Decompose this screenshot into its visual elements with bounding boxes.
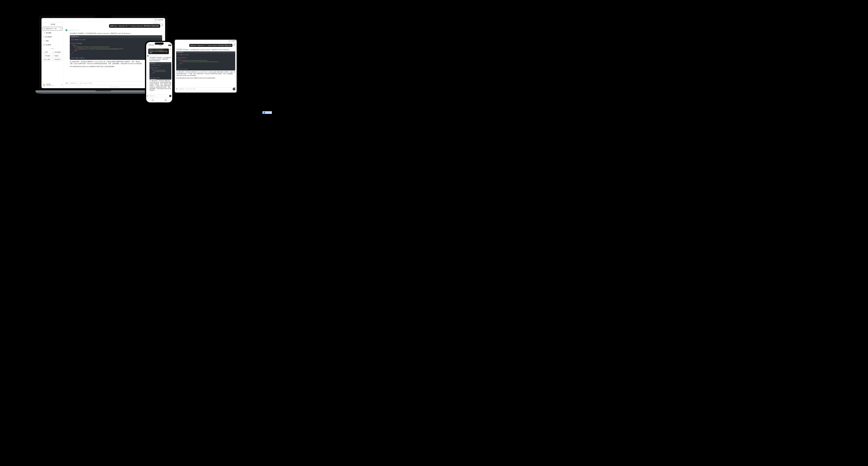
download-link[interactable]: 下载 bbox=[234, 87, 236, 88]
sidebar-item-label: 使用 React + Tailwi... bbox=[46, 28, 58, 30]
ai-avatar: AI bbox=[65, 29, 67, 31]
clear-chat-button[interactable]: 🗑 bbox=[176, 88, 178, 90]
ai-message: 可以使用以下代码实现一个水平垂直居中的 Loading Component，该组… bbox=[176, 49, 235, 79]
header-left-label: 使用 React bbox=[148, 44, 154, 46]
collapse-sidebar-button[interactable]: ‹ bbox=[61, 51, 63, 55]
doc-icon: 📄 bbox=[43, 55, 45, 57]
pen-icon: ✎ bbox=[54, 55, 55, 57]
code-lang-label: jsx复制代码 bbox=[71, 36, 77, 37]
edit-icon[interactable]: ✎ bbox=[59, 28, 60, 30]
logout-icon[interactable]: ⇥ bbox=[61, 84, 62, 86]
tablet-device: overtrue 2023/5/26 15:31:05 使用 React + T… bbox=[174, 38, 238, 94]
delete-icon[interactable]: 🗑 bbox=[60, 28, 61, 30]
clear-chat-button[interactable]: 🗑 bbox=[147, 95, 148, 96]
sidebar-item-translate[interactable]: 文 英文翻译 bbox=[42, 43, 62, 46]
sidebar-item-laobai[interactable]: ∞ 老白聊增长 bbox=[42, 35, 62, 38]
msg-timestamp: 2023/5/26 15:31:05 bbox=[65, 23, 163, 24]
role-label: 周报 bbox=[45, 51, 48, 53]
code-block: jsx复制代码 ⧉ import React from 'react'; fun… bbox=[176, 51, 235, 70]
copy-icon[interactable]: ⧉ bbox=[78, 36, 79, 37]
header-right-label: Loadi... bbox=[159, 44, 163, 46]
task-badge[interactable]: 任务 bbox=[168, 44, 172, 46]
role-label: 私人厨师 bbox=[45, 59, 50, 60]
sidebar-item-label: 老白聊增长 bbox=[45, 36, 52, 38]
watermark-text: 建站商城 bbox=[266, 112, 271, 114]
role-laobai[interactable]: ∞老白聊增长 bbox=[53, 51, 62, 54]
app-header: overtrue bbox=[41, 18, 165, 22]
sidebar-user: overtrue 有效次数: 597 ⇥ bbox=[42, 83, 62, 87]
link-icon: ∞ bbox=[54, 52, 55, 53]
tab-me[interactable]: ☺我的 bbox=[159, 98, 172, 101]
role-tarot[interactable]: ✦塔罗牌占卜 bbox=[53, 58, 62, 61]
code-block: jsx复制代码 ⧉ import React from 'react'; fun… bbox=[150, 62, 172, 80]
sidebar-user-name: overtrue bbox=[46, 84, 54, 85]
link-icon: ∞ bbox=[43, 36, 44, 38]
role-label: 简历编辑 bbox=[45, 55, 50, 57]
user-avatar bbox=[161, 24, 163, 26]
menu-icon[interactable]: ≡ bbox=[147, 44, 148, 46]
ai-text: 可以使用以下代码实现一个水平垂直居中的 Loading Component，该组… bbox=[176, 49, 235, 51]
ai-text: 可以使用以下代码实现一个水平垂直居中的 Loading Component，该组… bbox=[70, 32, 162, 34]
tablet-header: overtrue bbox=[175, 40, 237, 42]
role-screenwriter[interactable]: ✎编剧本 bbox=[53, 54, 62, 57]
phone-tabbar: ⌂对话 ☺我的 bbox=[146, 98, 172, 101]
username: overtrue bbox=[158, 19, 163, 21]
phone-chat-scroll: 2023/5/26 15:31:05 使用 React + Tailwindcs… bbox=[146, 47, 172, 94]
chat-icon: 💬 bbox=[43, 28, 45, 30]
roles-grid: 📄周报 ∞老白聊增长 📄简历编辑 ✎编剧本 🔒私人厨师 ✦塔罗牌占卜 bbox=[42, 51, 62, 61]
ai-text: 您可以将此组件放入您的 React 应用程序中并进行自定义以适应您的需求。 bbox=[176, 77, 235, 79]
tablet-chat-scroll: 2023/5/26 15:31:05 使用 React + Tailwindcs… bbox=[175, 42, 237, 87]
ai-text: 可以使用以下代码实现一个水平垂直居中的 Loading Component，该组… bbox=[150, 57, 172, 62]
copy-icon[interactable]: ⧉ bbox=[155, 62, 156, 64]
message-input[interactable]: 来说点什么...（Shift + Enter = 换行） bbox=[178, 88, 232, 90]
user-avatar[interactable] bbox=[155, 19, 157, 21]
sidebar-user-quota: 有效次数: 597 bbox=[46, 85, 54, 87]
role-chef[interactable]: 🔒私人厨师 bbox=[42, 58, 52, 61]
role-label: 编剧本 bbox=[55, 55, 59, 57]
copy-icon[interactable]: ⧉ bbox=[183, 52, 183, 53]
user-message: 使用 React + Tailwindcss 写一个 Loading Compo… bbox=[148, 49, 169, 54]
role-weekly[interactable]: 📄周报 bbox=[42, 51, 52, 54]
watermark: 建站商城 bbox=[262, 111, 272, 114]
user-icon: ☺ bbox=[165, 98, 166, 100]
clear-chat-button[interactable]: 🗑 bbox=[65, 82, 68, 85]
ai-message: 可以使用以下代码实现一个水平垂直居中的 Loading Component，该组… bbox=[150, 57, 172, 91]
code-lang-label: jsx复制代码 bbox=[150, 62, 155, 64]
username: overtrue bbox=[231, 40, 236, 41]
code-content: import React from 'react'; function Load… bbox=[150, 64, 172, 79]
phone-notch bbox=[155, 42, 164, 44]
sidebar-item-label: 英文翻译 bbox=[45, 44, 51, 46]
sidebar-user-avatar[interactable] bbox=[42, 84, 45, 87]
lock-icon: 🔒 bbox=[43, 59, 45, 60]
user-message: 使用 React + Tailwindcss 写一个 Loading Compo… bbox=[109, 24, 160, 28]
send-button[interactable]: ➤ bbox=[169, 95, 172, 97]
role-resume[interactable]: 📄简历编辑 bbox=[42, 54, 52, 57]
sidebar-item-label: 周报 bbox=[46, 40, 49, 42]
phone-device: ≡ 使用 React Loadi... 任务 2023/5/26 15:31:0… bbox=[145, 41, 174, 104]
user-avatar[interactable] bbox=[229, 40, 230, 42]
ai-avatar: AI bbox=[147, 55, 149, 57]
user-avatar bbox=[233, 44, 235, 46]
ai-text: 在上面的代码中，我们将父元素设置为 h-screen 和 flex 类，以使其占… bbox=[176, 71, 235, 76]
ai-text: 在上面的代码中，我们将父元素设置为 h-screen 和 flex 类，以使其占… bbox=[150, 80, 172, 91]
refresh-icon[interactable]: ⟳ bbox=[106, 26, 107, 28]
sidebar-item-label: 简历编辑 bbox=[46, 32, 51, 34]
star-icon: ✦ bbox=[54, 59, 55, 60]
sidebar: + 新话题 💬 使用 React + Tailwi... ✎ 🗑 📄 简历编辑 bbox=[41, 22, 64, 88]
sidebar-item-react-loading[interactable]: 💬 使用 React + Tailwi... ✎ 🗑 bbox=[42, 27, 62, 31]
role-label: 老白聊增长 bbox=[55, 51, 61, 53]
roles-divider: —— 角色 —— bbox=[42, 48, 62, 50]
horizontal-scrollbar[interactable] bbox=[150, 79, 170, 80]
chat-app-phone: ≡ 使用 React Loadi... 任务 2023/5/26 15:31:0… bbox=[146, 42, 172, 102]
user-message: 使用 React + Tailwindcss 写一个 Loading Compo… bbox=[189, 44, 232, 47]
watermark-logo-icon bbox=[264, 112, 265, 114]
new-topic-button[interactable]: + 新话题 bbox=[42, 23, 62, 26]
message-input[interactable]: 来说点什么... bbox=[149, 95, 169, 97]
chat-app-tablet: overtrue 2023/5/26 15:31:05 使用 React + T… bbox=[175, 40, 237, 93]
doc-icon: 📄 bbox=[43, 52, 45, 53]
sidebar-item-resume[interactable]: 📄 简历编辑 bbox=[42, 31, 62, 35]
sidebar-item-weekly[interactable]: 📄 周报 bbox=[42, 39, 62, 42]
user-avatar bbox=[169, 49, 172, 50]
tab-chat[interactable]: ⌂对话 bbox=[146, 98, 159, 101]
tab-label: 我的 bbox=[165, 100, 167, 101]
